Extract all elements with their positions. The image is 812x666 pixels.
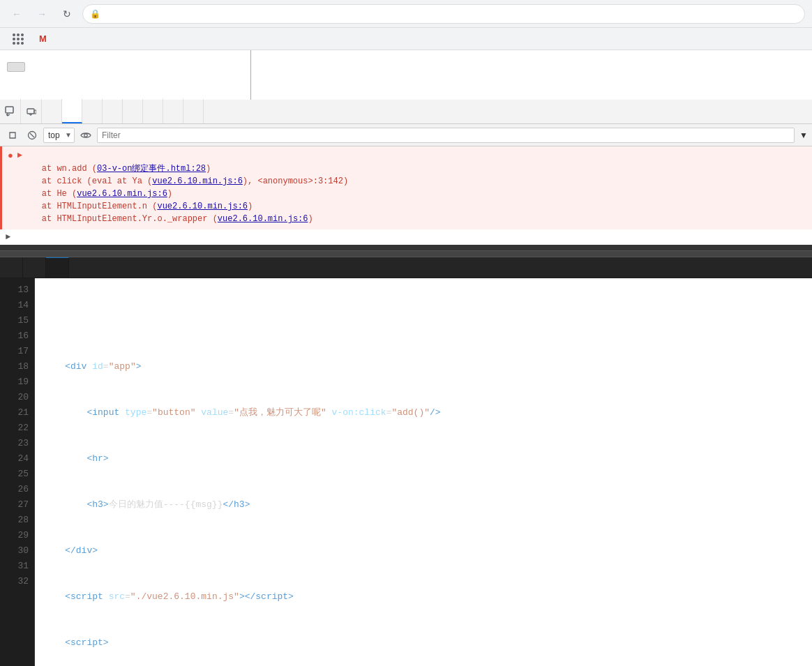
console-toolbar: top ▼ ▼: [0, 124, 812, 146]
ln-25: 25: [6, 467, 29, 482]
error-header-line: ● ►: [8, 151, 806, 161]
context-selector-wrap: top ▼: [43, 128, 75, 143]
stop-icon[interactable]: [4, 127, 21, 144]
console-output: ● ► at wn.add (03-v-on绑定事件.html:28) at c…: [0, 146, 812, 245]
error-entry: ● ► at wn.add (03-v-on绑定事件.html:28) at c…: [0, 146, 812, 229]
code-line-14: <div id="app">: [43, 359, 804, 374]
tab-performance[interactable]: [123, 99, 143, 123]
svg-rect-0: [6, 107, 13, 113]
code-line-18: </div>: [43, 543, 804, 559]
sublime-titlebar: [0, 245, 812, 251]
code-line-17: <h3>今日的魅力值----{{msg}}</h3>: [43, 497, 804, 513]
code-line-13: [43, 313, 804, 328]
ln-18: 18: [6, 359, 29, 374]
sublime-tab-2[interactable]: [23, 257, 46, 278]
code-line-15: <input type="button" value="点我，魅力可大了呢" v…: [43, 405, 804, 421]
ln-19: 19: [6, 374, 29, 390]
menu-project[interactable]: [74, 251, 88, 257]
ln-30: 30: [6, 543, 29, 559]
devtools-panel: top ▼ ▼: [0, 100, 812, 245]
ln-24: 24: [6, 451, 29, 467]
devtools-tabbar: [0, 100, 812, 124]
error-expand-icon[interactable]: ►: [17, 151, 22, 160]
stack-link-2[interactable]: vue2.6.10.min.js:6: [152, 176, 243, 186]
filter-input[interactable]: [97, 128, 795, 143]
responsive-design-icon[interactable]: [21, 99, 42, 123]
eye-watch-icon[interactable]: [77, 127, 94, 144]
menu-help[interactable]: [102, 251, 116, 257]
svg-line-7: [30, 133, 34, 137]
menu-goto[interactable]: [46, 251, 60, 257]
back-button[interactable]: ←: [7, 4, 27, 24]
ln-15: 15: [6, 313, 29, 328]
gmail-bookmark[interactable]: M: [35, 32, 55, 45]
ln-31: 31: [6, 559, 29, 574]
sublime-tab-3[interactable]: [46, 257, 69, 278]
error-stack-trace: at wn.add (03-v-on绑定事件.html:28) at click…: [8, 162, 806, 225]
default-levels-dropdown[interactable]: ▼: [797, 130, 808, 140]
ln-13: 13: [6, 282, 29, 298]
sublime-tabs: [0, 257, 812, 278]
ln-27: 27: [6, 497, 29, 513]
browser-content-panel: [0, 50, 251, 100]
levels-chevron-icon: ▼: [799, 130, 808, 140]
menu-s[interactable]: [4, 251, 18, 257]
svg-rect-2: [34, 110, 36, 114]
stack-item-2: at click (eval at Ya (vue2.6.10.min.js:6…: [22, 175, 806, 188]
code-content[interactable]: <div id="app"> <input type="button" valu…: [35, 278, 812, 666]
lock-icon: 🔒: [90, 9, 100, 19]
address-bar[interactable]: 🔒: [82, 4, 805, 24]
tab-security[interactable]: [183, 99, 204, 123]
sublime-editor: 13 14 15 16 17 18 19 20 21 22 23 24 25 2…: [0, 245, 812, 666]
tab-memory[interactable]: [143, 99, 163, 123]
menu-preferences[interactable]: [88, 251, 102, 257]
ln-23: 23: [6, 436, 29, 451]
svg-rect-1: [27, 109, 34, 114]
tab-application[interactable]: [163, 99, 183, 123]
svg-point-8: [84, 133, 87, 136]
ln-29: 29: [6, 528, 29, 543]
ln-32: 32: [6, 574, 29, 589]
refresh-button[interactable]: ↻: [57, 4, 77, 24]
ln-20: 20: [6, 390, 29, 405]
tab-sources[interactable]: [82, 99, 103, 123]
apps-grid-icon: [13, 33, 24, 45]
sublime-menubar: [0, 251, 812, 257]
expand-more-button[interactable]: ►: [0, 229, 812, 245]
error-dot-icon: ●: [8, 151, 13, 161]
bookmark-bar: M: [0, 28, 812, 50]
stack-item-4: at HTMLInputElement.n (vue2.6.10.min.js:…: [22, 200, 806, 213]
ln-17: 17: [6, 344, 29, 359]
forward-button[interactable]: →: [32, 4, 52, 24]
stack-item-5: at HTMLInputElement.Yr.o._wrapper (vue2.…: [22, 213, 806, 225]
svg-marker-5: [10, 133, 15, 138]
stack-item-1: at wn.add (03-v-on绑定事件.html:28): [22, 162, 806, 175]
stack-link-5[interactable]: vue2.6.10.min.js:6: [218, 214, 308, 224]
ln-28: 28: [6, 513, 29, 528]
context-selector[interactable]: top: [43, 128, 75, 143]
inspect-element-icon[interactable]: [0, 99, 21, 123]
stack-link-1[interactable]: 03-v-on绑定事件.html:28: [97, 164, 206, 174]
clear-messages-icon[interactable]: [24, 127, 40, 144]
menu-tools[interactable]: [60, 251, 74, 257]
code-editor: 13 14 15 16 17 18 19 20 21 22 23 24 25 2…: [0, 278, 812, 666]
tab-console[interactable]: [62, 99, 82, 123]
top-row: top ▼ ▼: [0, 50, 812, 245]
code-line-19: <script src="./vue2.6.10.min.js"></scrip…: [43, 589, 804, 605]
ln-21: 21: [6, 405, 29, 421]
demo-magic-button[interactable]: [7, 62, 25, 72]
gmail-m-icon: M: [39, 33, 47, 44]
ln-26: 26: [6, 482, 29, 497]
sublime-tab-1[interactable]: [0, 257, 23, 278]
apps-bookmark[interactable]: [8, 32, 32, 46]
menu-view[interactable]: [32, 251, 46, 257]
tab-elements[interactable]: [42, 99, 62, 123]
tab-network[interactable]: [103, 99, 123, 123]
stack-link-4[interactable]: vue2.6.10.min.js:6: [157, 202, 248, 211]
code-line-20: <script>: [43, 635, 804, 651]
ln-16: 16: [6, 328, 29, 344]
full-layout: ← → ↻ 🔒 M: [0, 0, 812, 666]
menu-find[interactable]: [18, 251, 32, 257]
line-numbers: 13 14 15 16 17 18 19 20 21 22 23 24 25 2…: [0, 278, 35, 666]
stack-link-3[interactable]: vue2.6.10.min.js:6: [77, 189, 167, 199]
